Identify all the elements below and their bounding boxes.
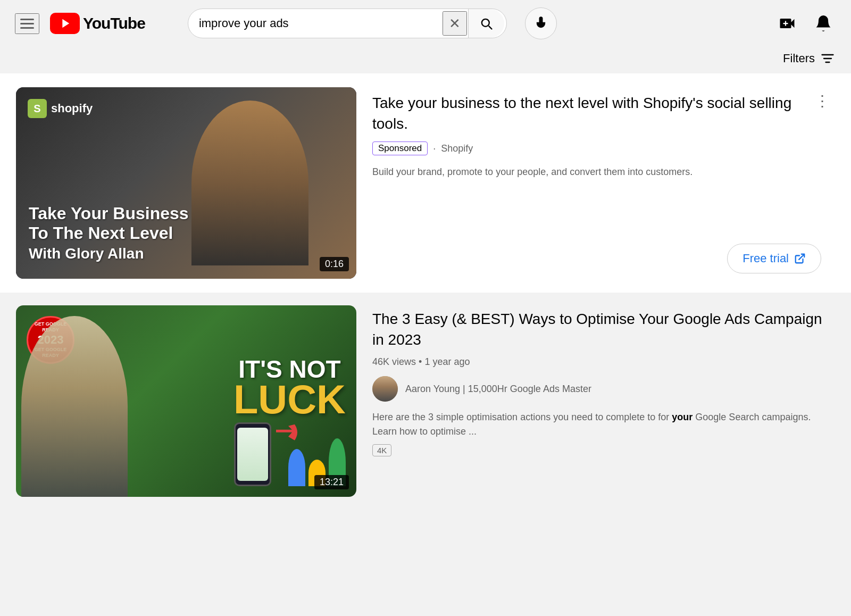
ad-more-options-button[interactable]: ⋮ [810,91,835,111]
description-highlight: your [672,412,693,422]
ad-description: Build your brand, promote to your people… [372,165,821,179]
video-info: The 3 Easy (& BEST) Ways to Optimise You… [372,305,835,497]
free-trial-button[interactable]: Free trial [727,244,821,273]
video-thumbnail[interactable]: GET GOOGLE READY 2023 GET GOOGLE READY I… [16,305,356,497]
luck-text: LUCK [233,381,346,418]
shopify-logo: S shopify [28,99,93,118]
more-options-icon: ⋮ [815,93,830,109]
search-bar: ✕ [188,9,507,38]
ad-channel: Shopify [441,143,473,154]
ad-overlay-line3: With Glory Allan [29,245,189,263]
ad-cta: Free trial [727,244,821,273]
free-trial-label: Free trial [742,252,789,265]
search-icon [479,16,494,31]
video-stats: 46K views • 1 year ago [372,356,835,368]
voice-search-button[interactable] [525,7,557,39]
ga-bar-blue [288,449,305,486]
play-icon [57,16,72,31]
channel-avatar[interactable] [372,376,398,402]
person-left-silhouette [21,316,128,497]
video-thumb-bg: GET GOOGLE READY 2023 GET GOOGLE READY I… [16,305,356,497]
notifications-button[interactable] [811,11,836,36]
description-text: Here are the 3 simple optimisation actio… [372,412,672,422]
ad-thumbnail-bg: S shopify Take Your Business To The Next… [16,87,356,279]
youtube-logo-icon [50,13,80,34]
quality-badge: 4K [372,444,391,456]
bell-icon [814,14,833,33]
video-card: GET GOOGLE READY 2023 GET GOOGLE READY I… [0,295,851,507]
ad-meta: Sponsored · Shopify [372,141,821,155]
ad-text-overlay: Take Your Business To The Next Level Wit… [29,204,189,263]
video-title[interactable]: The 3 Easy (& BEST) Ways to Optimise You… [372,309,835,350]
avatar-image [372,376,398,402]
ad-title: Take your business to the next level wit… [372,93,821,134]
search-clear-button[interactable]: ✕ [443,11,467,36]
phone-screen [237,428,268,481]
filters-icon [820,51,835,66]
ad-info: ⋮ Take your business to the next level w… [356,87,835,279]
ad-thumbnail[interactable]: S shopify Take Your Business To The Next… [16,87,356,279]
ad-overlay-line1: Take Your Business [29,204,189,223]
create-icon [778,14,797,33]
upload-time: 1 year ago [424,356,470,367]
separator: · [433,143,436,154]
phone-shape [234,422,271,486]
ad-duration: 0:16 [320,257,349,271]
header: YouTube ✕ [0,0,851,47]
person-silhouette [191,101,308,265]
view-count: 46K views [372,356,416,367]
search-results: S shopify Take Your Business To The Next… [0,73,851,523]
channel-name[interactable]: Aaron Young | 15,000Hr Google Ads Master [405,384,591,395]
hamburger-menu[interactable] [15,13,39,34]
video-description: Here are the 3 simple optimisation actio… [372,410,835,439]
microphone-icon [533,16,548,31]
external-link-icon [794,253,806,264]
video-duration: 13:21 [314,475,349,489]
header-right-actions [774,11,836,36]
filters-button[interactable]: Filters [783,51,835,66]
create-button[interactable] [774,11,800,36]
search-submit-button[interactable] [468,9,504,38]
logo-text: YouTube [83,14,145,32]
search-input[interactable] [199,16,443,30]
ad-overlay-line2: To The Next Level [29,223,189,243]
shopify-logo-text: shopify [51,102,93,115]
sponsored-badge: Sponsored [372,141,428,155]
filters-label: Filters [783,52,815,65]
ad-card: S shopify Take Your Business To The Next… [0,73,851,293]
youtube-logo[interactable]: YouTube [50,13,145,34]
channel-row: Aaron Young | 15,000Hr Google Ads Master [372,376,835,402]
filters-bar: Filters [0,47,851,73]
ad-person [176,87,324,279]
separator: • [419,356,424,367]
shopify-logo-icon: S [28,99,47,118]
